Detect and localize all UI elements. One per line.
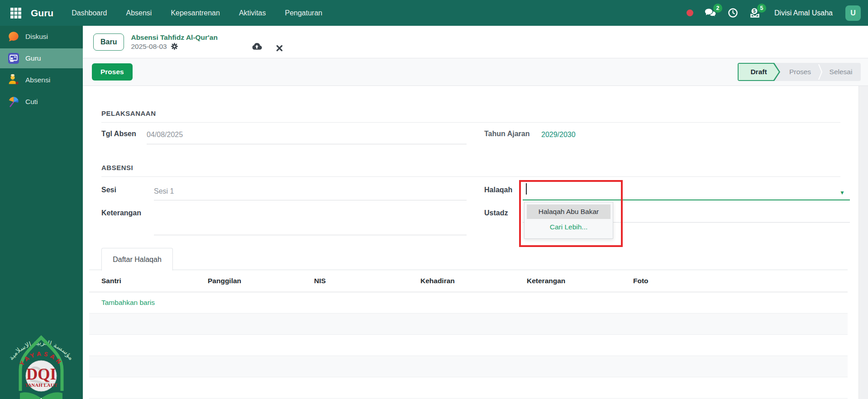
halaqah-list-table: Santri Panggilan NIS Kehadiran Keteranga…	[89, 270, 848, 399]
sidebar-item-absensi[interactable]: Absensi	[0, 70, 83, 90]
presentation-icon	[8, 52, 19, 64]
sidebar-item-diskusi[interactable]: Diskusi	[0, 27, 83, 47]
cloud-save-icon[interactable]	[252, 42, 262, 52]
foundation-logo: مؤسسة التربية الاسلامية YAYASAN DQI TANA…	[5, 322, 77, 399]
svg-text:$: $	[753, 8, 756, 14]
col-kehadiran: Kehadiran	[408, 277, 515, 285]
col-nis: NIS	[302, 277, 408, 285]
tgl-absen-underline	[147, 144, 467, 144]
col-panggilan: Panggilan	[196, 277, 302, 285]
record-name: 2025-08-03	[131, 43, 167, 51]
sidebar-item-label: Cuti	[25, 98, 38, 106]
tgl-absen-label: Tgl Absen	[101, 130, 136, 138]
halaqah-dropdown-menu: Halaqah Abu Bakar Cari Lebih...	[524, 202, 613, 239]
empty-table-row	[89, 314, 848, 335]
tahun-ajaran-value[interactable]: 2029/2030	[541, 131, 576, 139]
messages-badge: 2	[713, 4, 722, 13]
menu-aktivitas[interactable]: Aktivitas	[239, 9, 266, 17]
breadcrumb-row: Baru Absensi Tahfidz Al-Qur'an 2025-08-0…	[83, 26, 868, 58]
svg-text:مؤسسة التربية الاسلامية: مؤسسة التربية الاسلامية	[7, 338, 75, 362]
stage-proses[interactable]: Proses	[780, 63, 820, 81]
halaqah-underline	[523, 200, 850, 200]
svg-text:TANAH LAUT: TANAH LAUT	[25, 382, 58, 388]
stage-statusbar: Draft Proses Selesai	[738, 63, 861, 81]
menu-kepesantrenan[interactable]: Kepesantrenan	[171, 9, 220, 17]
presence-dot-icon	[687, 10, 693, 16]
keterangan-label: Keterangan	[101, 209, 141, 217]
section-absensi-title: ABSENSI	[101, 164, 840, 177]
empty-table-row	[89, 335, 848, 356]
col-santri: Santri	[89, 277, 196, 285]
sidebar-item-label: Absensi	[25, 76, 50, 84]
sidebar-item-label: Guru	[25, 54, 41, 62]
sesi-input[interactable]: Sesi 1	[154, 187, 174, 195]
col-keterangan: Keterangan	[515, 277, 621, 285]
form-sheet: PELAKSANAAN Tgl Absen 04/08/2025 Tahun A…	[83, 86, 859, 399]
ustadz-label: Ustadz	[484, 209, 508, 217]
sesi-underline	[154, 200, 467, 200]
top-navbar: Guru Dashboard Absensi Kepesantrenan Akt…	[0, 0, 868, 26]
sidebar-item-guru[interactable]: Guru	[0, 48, 83, 68]
stage-draft[interactable]: Draft	[738, 63, 780, 81]
section-pelaksanaan-title: PELAKSANAAN	[101, 109, 840, 123]
systray: 2 $ 5 Divisi Amal Usaha U	[687, 5, 861, 21]
halaqah-label: Halaqah	[484, 186, 512, 194]
person-attendance-icon	[8, 74, 19, 86]
messages-icon[interactable]: 2	[704, 7, 717, 19]
table-header-row: Santri Panggilan NIS Kehadiran Keteranga…	[89, 270, 848, 292]
apps-grid-icon[interactable]	[10, 7, 22, 19]
tgl-absen-input[interactable]: 04/08/2025	[147, 131, 183, 139]
add-row-link[interactable]: Tambahkan baris	[89, 292, 848, 314]
form-statusbar-row: Proses Draft Proses Selesai	[83, 58, 868, 86]
sidebar: Diskusi Guru Absensi	[0, 26, 83, 399]
empty-table-row	[89, 377, 848, 399]
top-menu: Dashboard Absensi Kepesantrenan Aktivita…	[72, 9, 322, 17]
sidebar-item-cuti[interactable]: Cuti	[0, 92, 83, 112]
leave-umbrella-icon	[8, 96, 19, 108]
discard-x-icon[interactable]	[276, 44, 283, 52]
tahun-ajaran-label: Tahun Ajaran	[484, 130, 529, 138]
user-company-menu[interactable]: Divisi Amal Usaha	[774, 9, 833, 17]
dropdown-option-halaqah-abu-bakar[interactable]: Halaqah Abu Bakar	[527, 204, 610, 219]
app-title[interactable]: Guru	[31, 8, 53, 19]
activities-badge: 5	[757, 4, 766, 13]
stage-selesai[interactable]: Selesai	[821, 63, 861, 81]
chat-bubble-icon	[8, 31, 19, 43]
tab-daftar-halaqah[interactable]: Daftar Halaqah	[101, 248, 173, 271]
gear-icon[interactable]	[171, 43, 178, 50]
menu-absensi[interactable]: Absensi	[126, 9, 152, 17]
sesi-label: Sesi	[101, 186, 116, 194]
col-foto: Foto	[621, 277, 727, 285]
keterangan-underline	[154, 235, 467, 235]
activities-clock-icon[interactable]	[728, 8, 738, 18]
dropdown-option-search-more[interactable]: Cari Lebih...	[525, 219, 613, 235]
record-state-badge: Baru	[93, 33, 124, 51]
avatar[interactable]: U	[845, 5, 861, 21]
menu-dashboard[interactable]: Dashboard	[72, 9, 107, 17]
logo-acronym: DQI	[26, 366, 56, 383]
caret-down-icon[interactable]: ▼	[839, 190, 845, 195]
halaqah-text-cursor	[526, 183, 527, 195]
page-title: Absensi Tahfidz Al-Qur'an	[131, 33, 217, 42]
content-area: PELAKSANAAN Tgl Absen 04/08/2025 Tahun A…	[83, 86, 868, 399]
menu-pengaturan[interactable]: Pengaturan	[285, 9, 322, 17]
empty-table-row	[89, 356, 848, 377]
proses-button[interactable]: Proses	[92, 63, 133, 81]
breadcrumb: Absensi Tahfidz Al-Qur'an 2025-08-03	[131, 33, 217, 51]
cash-tray-icon[interactable]: $ 5	[749, 7, 761, 19]
sidebar-item-label: Diskusi	[25, 33, 48, 41]
